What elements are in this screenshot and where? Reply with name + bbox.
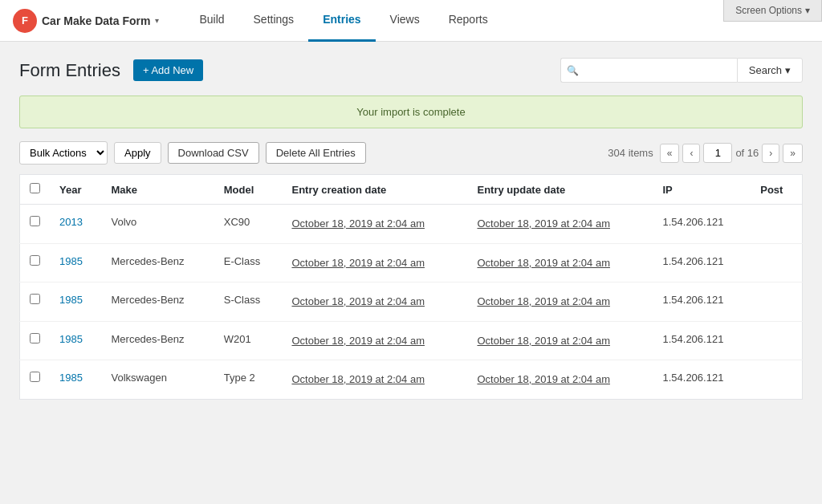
cell-make: Mercedes-Benz xyxy=(102,321,214,360)
table-row: 1985 Volkswagen Type 2 October 18, 2019 … xyxy=(20,360,803,400)
cell-make: Volvo xyxy=(102,205,214,244)
cell-created: October 18, 2019 at 2:04 am xyxy=(282,321,467,360)
col-ip: IP xyxy=(653,175,751,205)
cell-updated: October 18, 2019 at 2:04 am xyxy=(467,321,653,360)
cell-year: 1985 xyxy=(50,282,102,322)
cell-updated: October 18, 2019 at 2:04 am xyxy=(467,205,653,244)
cell-ip: 1.54.206.121 xyxy=(653,282,751,322)
cell-updated: October 18, 2019 at 2:04 am xyxy=(467,282,653,322)
page-number-input[interactable]: 1 xyxy=(703,143,732,163)
row-checkbox-cell xyxy=(20,282,51,322)
updated-date-link[interactable]: October 18, 2019 at 2:04 am xyxy=(477,373,610,385)
cell-created: October 18, 2019 at 2:04 am xyxy=(282,282,467,322)
page-title: Form Entries xyxy=(19,60,120,81)
updated-date-link[interactable]: October 18, 2019 at 2:04 am xyxy=(477,295,610,307)
select-all-checkbox[interactable] xyxy=(30,183,40,193)
toolbar: Bulk Actions Apply Download CSV Delete A… xyxy=(19,141,803,165)
row-checkbox-cell xyxy=(20,243,51,282)
row-checkbox[interactable] xyxy=(30,216,40,226)
year-link[interactable]: 1985 xyxy=(59,294,83,306)
items-count: 304 items xyxy=(608,147,653,159)
row-checkbox-cell xyxy=(20,321,51,360)
row-checkbox[interactable] xyxy=(30,333,40,343)
year-link[interactable]: 1985 xyxy=(59,333,83,345)
row-checkbox[interactable] xyxy=(30,372,40,382)
cell-post xyxy=(751,360,802,400)
year-link[interactable]: 1985 xyxy=(59,255,83,267)
created-date-link[interactable]: October 18, 2019 at 2:04 am xyxy=(291,257,425,269)
year-link[interactable]: 2013 xyxy=(59,216,83,228)
updated-date-link[interactable]: October 18, 2019 at 2:04 am xyxy=(477,257,610,269)
row-checkbox-cell xyxy=(20,360,51,400)
app-logo: F xyxy=(13,9,37,33)
table-header: Year Make Model Entry creation date Entr… xyxy=(20,175,803,205)
nav-reports[interactable]: Reports xyxy=(434,0,503,42)
created-date-link[interactable]: October 18, 2019 at 2:04 am xyxy=(291,373,425,385)
success-banner: Your import is complete xyxy=(19,96,803,128)
cell-year: 1985 xyxy=(50,243,102,282)
created-date-link[interactable]: October 18, 2019 at 2:04 am xyxy=(291,295,425,307)
cell-ip: 1.54.206.121 xyxy=(653,321,751,360)
cell-created: October 18, 2019 at 2:04 am xyxy=(282,205,467,244)
pagination-area: 304 items « ‹ 1 of 16 › » xyxy=(608,143,803,163)
chevron-down-icon: ▾ xyxy=(785,64,791,76)
first-page-button[interactable]: « xyxy=(660,144,680,163)
cell-make: Volkswagen xyxy=(102,360,214,400)
year-link[interactable]: 1985 xyxy=(59,372,83,384)
cell-model: S-Class xyxy=(214,282,283,322)
search-button[interactable]: Search ▾ xyxy=(737,58,803,83)
table-row: 2013 Volvo XC90 October 18, 2019 at 2:04… xyxy=(20,205,803,244)
chevron-down-icon: ▾ xyxy=(155,16,159,25)
col-make: Make xyxy=(102,175,214,205)
cell-model: Type 2 xyxy=(214,360,283,400)
col-entry-creation-date: Entry creation date xyxy=(282,175,467,205)
search-area: 🔍 Search ▾ xyxy=(560,58,803,83)
logo-area: F Car Make Data Form ▾ xyxy=(13,9,159,33)
search-input-wrap: 🔍 xyxy=(560,58,737,83)
search-icon: 🔍 xyxy=(567,65,579,76)
cell-model: E-Class xyxy=(214,243,283,282)
table-row: 1985 Mercedes-Benz W201 October 18, 2019… xyxy=(20,321,803,360)
apply-button[interactable]: Apply xyxy=(114,142,161,164)
cell-updated: October 18, 2019 at 2:04 am xyxy=(467,360,653,400)
cell-model: XC90 xyxy=(214,205,283,244)
cell-year: 1985 xyxy=(50,321,102,360)
cell-year: 2013 xyxy=(50,205,102,244)
nav-build[interactable]: Build xyxy=(185,0,238,42)
nav-views[interactable]: Views xyxy=(376,0,434,42)
row-checkbox[interactable] xyxy=(30,255,40,266)
row-checkbox-cell xyxy=(20,205,51,244)
cell-created: October 18, 2019 at 2:04 am xyxy=(282,243,467,282)
col-year: Year xyxy=(50,175,102,205)
cell-created: October 18, 2019 at 2:04 am xyxy=(282,360,467,400)
created-date-link[interactable]: October 18, 2019 at 2:04 am xyxy=(291,335,425,347)
download-csv-button[interactable]: Download CSV xyxy=(168,142,259,164)
cell-make: Mercedes-Benz xyxy=(102,282,214,322)
select-all-header xyxy=(20,175,51,205)
prev-page-button[interactable]: ‹ xyxy=(682,144,700,163)
table-body: 2013 Volvo XC90 October 18, 2019 at 2:04… xyxy=(20,205,803,400)
next-page-button[interactable]: › xyxy=(762,144,779,163)
bulk-actions-select[interactable]: Bulk Actions xyxy=(19,141,108,165)
cell-updated: October 18, 2019 at 2:04 am xyxy=(467,243,653,282)
cell-post xyxy=(751,282,802,322)
add-new-button[interactable]: + Add New xyxy=(133,59,203,81)
created-date-link[interactable]: October 18, 2019 at 2:04 am xyxy=(291,217,425,230)
cell-year: 1985 xyxy=(50,360,102,400)
table-row: 1985 Mercedes-Benz E-Class October 18, 2… xyxy=(20,243,803,282)
row-checkbox[interactable] xyxy=(30,294,40,304)
search-input[interactable] xyxy=(560,58,737,83)
delete-all-button[interactable]: Delete All Entries xyxy=(266,142,366,164)
screen-options-button[interactable]: Screen Options ▾ xyxy=(723,0,822,22)
col-entry-update-date: Entry update date xyxy=(467,175,653,205)
table-row: 1985 Mercedes-Benz S-Class October 18, 2… xyxy=(20,282,803,322)
cell-post xyxy=(751,205,802,244)
last-page-button[interactable]: » xyxy=(783,144,803,163)
updated-date-link[interactable]: October 18, 2019 at 2:04 am xyxy=(477,217,610,230)
nav-entries[interactable]: Entries xyxy=(308,0,375,42)
cell-post xyxy=(751,321,802,360)
nav-settings[interactable]: Settings xyxy=(239,0,309,42)
cell-ip: 1.54.206.121 xyxy=(653,205,751,244)
updated-date-link[interactable]: October 18, 2019 at 2:04 am xyxy=(477,335,610,347)
main-content: Form Entries + Add New 🔍 Search ▾ Your i… xyxy=(0,42,822,504)
